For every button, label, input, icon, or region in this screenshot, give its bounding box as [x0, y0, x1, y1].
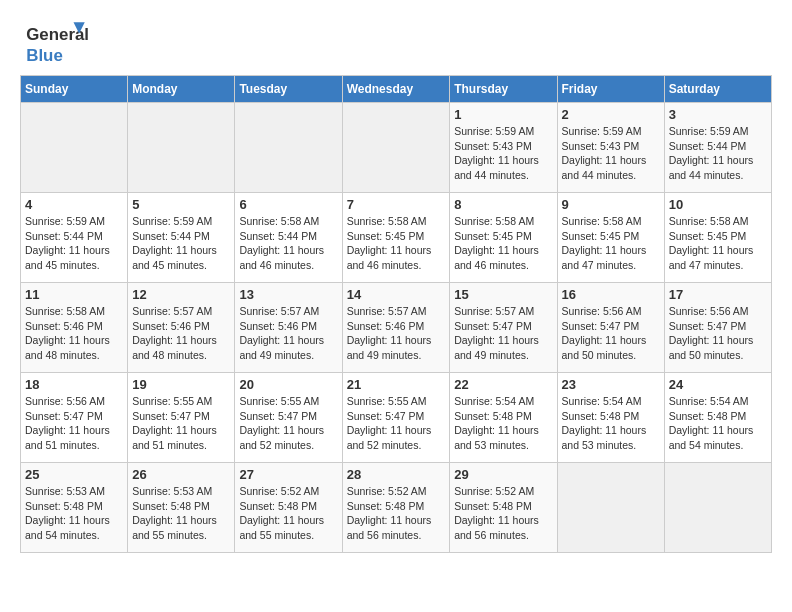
day-number: 24 [669, 377, 767, 392]
day-info: Sunrise: 5:57 AM Sunset: 5:47 PM Dayligh… [454, 304, 552, 363]
day-info: Sunrise: 5:53 AM Sunset: 5:48 PM Dayligh… [25, 484, 123, 543]
calendar-cell: 3Sunrise: 5:59 AM Sunset: 5:44 PM Daylig… [664, 103, 771, 193]
week-row-5: 25Sunrise: 5:53 AM Sunset: 5:48 PM Dayli… [21, 463, 772, 553]
day-number: 27 [239, 467, 337, 482]
calendar-cell [557, 463, 664, 553]
day-info: Sunrise: 5:52 AM Sunset: 5:48 PM Dayligh… [347, 484, 446, 543]
day-number: 2 [562, 107, 660, 122]
column-header-monday: Monday [128, 76, 235, 103]
day-number: 22 [454, 377, 552, 392]
column-header-tuesday: Tuesday [235, 76, 342, 103]
day-info: Sunrise: 5:52 AM Sunset: 5:48 PM Dayligh… [239, 484, 337, 543]
calendar-cell: 19Sunrise: 5:55 AM Sunset: 5:47 PM Dayli… [128, 373, 235, 463]
column-header-saturday: Saturday [664, 76, 771, 103]
day-number: 23 [562, 377, 660, 392]
column-header-thursday: Thursday [450, 76, 557, 103]
calendar-cell: 2Sunrise: 5:59 AM Sunset: 5:43 PM Daylig… [557, 103, 664, 193]
day-info: Sunrise: 5:57 AM Sunset: 5:46 PM Dayligh… [132, 304, 230, 363]
day-info: Sunrise: 5:56 AM Sunset: 5:47 PM Dayligh… [669, 304, 767, 363]
calendar-cell: 17Sunrise: 5:56 AM Sunset: 5:47 PM Dayli… [664, 283, 771, 373]
week-row-4: 18Sunrise: 5:56 AM Sunset: 5:47 PM Dayli… [21, 373, 772, 463]
header-row: SundayMondayTuesdayWednesdayThursdayFrid… [21, 76, 772, 103]
day-info: Sunrise: 5:58 AM Sunset: 5:45 PM Dayligh… [562, 214, 660, 273]
day-number: 14 [347, 287, 446, 302]
day-info: Sunrise: 5:55 AM Sunset: 5:47 PM Dayligh… [132, 394, 230, 453]
calendar-cell: 28Sunrise: 5:52 AM Sunset: 5:48 PM Dayli… [342, 463, 450, 553]
calendar-cell: 15Sunrise: 5:57 AM Sunset: 5:47 PM Dayli… [450, 283, 557, 373]
day-info: Sunrise: 5:59 AM Sunset: 5:44 PM Dayligh… [132, 214, 230, 273]
calendar-cell: 10Sunrise: 5:58 AM Sunset: 5:45 PM Dayli… [664, 193, 771, 283]
calendar-cell [21, 103, 128, 193]
day-number: 6 [239, 197, 337, 212]
calendar-cell: 20Sunrise: 5:55 AM Sunset: 5:47 PM Dayli… [235, 373, 342, 463]
day-info: Sunrise: 5:54 AM Sunset: 5:48 PM Dayligh… [562, 394, 660, 453]
calendar-cell [235, 103, 342, 193]
calendar-cell: 24Sunrise: 5:54 AM Sunset: 5:48 PM Dayli… [664, 373, 771, 463]
day-number: 17 [669, 287, 767, 302]
week-row-2: 4Sunrise: 5:59 AM Sunset: 5:44 PM Daylig… [21, 193, 772, 283]
calendar-cell: 25Sunrise: 5:53 AM Sunset: 5:48 PM Dayli… [21, 463, 128, 553]
calendar-cell: 6Sunrise: 5:58 AM Sunset: 5:44 PM Daylig… [235, 193, 342, 283]
day-info: Sunrise: 5:58 AM Sunset: 5:45 PM Dayligh… [454, 214, 552, 273]
day-number: 9 [562, 197, 660, 212]
logo: General Blue [20, 20, 100, 65]
day-info: Sunrise: 5:53 AM Sunset: 5:48 PM Dayligh… [132, 484, 230, 543]
calendar-cell [128, 103, 235, 193]
day-info: Sunrise: 5:57 AM Sunset: 5:46 PM Dayligh… [347, 304, 446, 363]
calendar-cell: 4Sunrise: 5:59 AM Sunset: 5:44 PM Daylig… [21, 193, 128, 283]
day-number: 29 [454, 467, 552, 482]
day-number: 16 [562, 287, 660, 302]
calendar-body: 1Sunrise: 5:59 AM Sunset: 5:43 PM Daylig… [21, 103, 772, 553]
calendar-cell: 11Sunrise: 5:58 AM Sunset: 5:46 PM Dayli… [21, 283, 128, 373]
column-header-friday: Friday [557, 76, 664, 103]
day-info: Sunrise: 5:59 AM Sunset: 5:44 PM Dayligh… [669, 124, 767, 183]
calendar-table: SundayMondayTuesdayWednesdayThursdayFrid… [20, 75, 772, 553]
day-info: Sunrise: 5:58 AM Sunset: 5:44 PM Dayligh… [239, 214, 337, 273]
calendar-cell: 1Sunrise: 5:59 AM Sunset: 5:43 PM Daylig… [450, 103, 557, 193]
day-info: Sunrise: 5:58 AM Sunset: 5:45 PM Dayligh… [347, 214, 446, 273]
calendar-cell: 5Sunrise: 5:59 AM Sunset: 5:44 PM Daylig… [128, 193, 235, 283]
day-number: 18 [25, 377, 123, 392]
day-number: 20 [239, 377, 337, 392]
calendar-cell: 23Sunrise: 5:54 AM Sunset: 5:48 PM Dayli… [557, 373, 664, 463]
calendar-cell: 13Sunrise: 5:57 AM Sunset: 5:46 PM Dayli… [235, 283, 342, 373]
day-number: 10 [669, 197, 767, 212]
day-number: 12 [132, 287, 230, 302]
day-info: Sunrise: 5:54 AM Sunset: 5:48 PM Dayligh… [454, 394, 552, 453]
day-number: 8 [454, 197, 552, 212]
week-row-1: 1Sunrise: 5:59 AM Sunset: 5:43 PM Daylig… [21, 103, 772, 193]
page-header: General Blue [20, 20, 772, 65]
logo-icon: General Blue [20, 20, 100, 65]
column-header-sunday: Sunday [21, 76, 128, 103]
calendar-cell: 21Sunrise: 5:55 AM Sunset: 5:47 PM Dayli… [342, 373, 450, 463]
day-number: 15 [454, 287, 552, 302]
calendar-cell: 7Sunrise: 5:58 AM Sunset: 5:45 PM Daylig… [342, 193, 450, 283]
day-number: 7 [347, 197, 446, 212]
day-info: Sunrise: 5:59 AM Sunset: 5:43 PM Dayligh… [454, 124, 552, 183]
day-number: 3 [669, 107, 767, 122]
day-info: Sunrise: 5:58 AM Sunset: 5:46 PM Dayligh… [25, 304, 123, 363]
calendar-cell [342, 103, 450, 193]
calendar-cell: 29Sunrise: 5:52 AM Sunset: 5:48 PM Dayli… [450, 463, 557, 553]
day-info: Sunrise: 5:55 AM Sunset: 5:47 PM Dayligh… [239, 394, 337, 453]
calendar-cell: 22Sunrise: 5:54 AM Sunset: 5:48 PM Dayli… [450, 373, 557, 463]
day-number: 19 [132, 377, 230, 392]
day-number: 21 [347, 377, 446, 392]
day-info: Sunrise: 5:56 AM Sunset: 5:47 PM Dayligh… [25, 394, 123, 453]
day-info: Sunrise: 5:57 AM Sunset: 5:46 PM Dayligh… [239, 304, 337, 363]
calendar-cell: 26Sunrise: 5:53 AM Sunset: 5:48 PM Dayli… [128, 463, 235, 553]
day-info: Sunrise: 5:52 AM Sunset: 5:48 PM Dayligh… [454, 484, 552, 543]
day-info: Sunrise: 5:54 AM Sunset: 5:48 PM Dayligh… [669, 394, 767, 453]
svg-text:Blue: Blue [26, 46, 63, 65]
day-number: 5 [132, 197, 230, 212]
calendar-cell [664, 463, 771, 553]
day-info: Sunrise: 5:59 AM Sunset: 5:43 PM Dayligh… [562, 124, 660, 183]
day-number: 13 [239, 287, 337, 302]
day-number: 1 [454, 107, 552, 122]
calendar-cell: 18Sunrise: 5:56 AM Sunset: 5:47 PM Dayli… [21, 373, 128, 463]
day-info: Sunrise: 5:59 AM Sunset: 5:44 PM Dayligh… [25, 214, 123, 273]
day-info: Sunrise: 5:55 AM Sunset: 5:47 PM Dayligh… [347, 394, 446, 453]
day-number: 11 [25, 287, 123, 302]
day-info: Sunrise: 5:58 AM Sunset: 5:45 PM Dayligh… [669, 214, 767, 273]
day-number: 26 [132, 467, 230, 482]
